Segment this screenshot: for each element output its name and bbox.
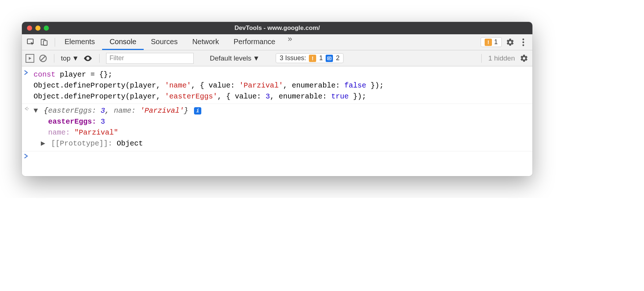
console-output-content[interactable]: ▼ {easterEggs: 3, name: 'Parzival'} i ea… <box>34 105 530 150</box>
code-text: , { value: <box>217 92 265 101</box>
inspect-element-icon[interactable] <box>26 38 36 47</box>
code-string: 'name' <box>165 81 191 90</box>
expand-triangle-icon[interactable]: ▼ <box>34 105 38 116</box>
code-text: player = {}; <box>55 70 112 79</box>
object-properties: easterEggs: 3 name: "Parzival" ▶ [[Proto… <box>34 116 530 149</box>
code-boolean: false <box>344 81 366 90</box>
device-toolbar-icon[interactable] <box>39 38 49 47</box>
input-prompt-icon <box>24 153 34 164</box>
property-key: name <box>48 128 66 137</box>
svg-point-8 <box>87 57 89 59</box>
svg-point-4 <box>523 41 524 43</box>
filter-input[interactable] <box>106 53 194 64</box>
warning-icon: ! <box>309 55 316 62</box>
chevron-down-icon: ▼ <box>72 54 79 62</box>
object-preview: {easterEggs: 3, name: 'Parzival'} <box>44 106 193 115</box>
code-string: 'easterEggs' <box>165 92 217 101</box>
context-label: top <box>61 54 70 62</box>
input-prompt-icon <box>24 69 34 102</box>
output-return-icon <box>24 105 34 150</box>
expand-triangle-icon[interactable]: ▶ <box>41 138 45 149</box>
console-body: const player = {}; Object.defineProperty… <box>22 66 532 176</box>
property-value: "Parzival" <box>74 128 118 137</box>
code-number: 3 <box>265 92 270 101</box>
info-icon <box>326 55 333 62</box>
warning-count: 1 <box>494 38 498 46</box>
divider <box>481 54 482 63</box>
tab-console[interactable]: Console <box>102 34 143 50</box>
main-tabbar: Elements Console Sources Network Perform… <box>22 34 532 50</box>
chevron-down-icon: ▼ <box>253 54 260 62</box>
code-keyword: const <box>34 70 55 79</box>
hidden-messages-label[interactable]: 1 hidden <box>488 54 515 62</box>
settings-gear-icon[interactable] <box>505 38 515 47</box>
tab-elements[interactable]: Elements <box>57 34 102 50</box>
code-text: , enumerable: <box>283 81 344 90</box>
titlebar: DevTools - www.google.com/ <box>22 22 532 34</box>
code-text: Object.defineProperty(player, <box>34 92 165 101</box>
window-title: DevTools - www.google.com/ <box>22 24 532 32</box>
warning-icon: ! <box>485 39 492 46</box>
code-text: Object.defineProperty(player, <box>34 81 165 90</box>
log-levels-selector[interactable]: Default levels ▼ <box>210 54 260 62</box>
svg-point-12 <box>28 108 29 109</box>
svg-rect-9 <box>327 57 331 60</box>
issues-warning-count: 1 <box>319 54 323 62</box>
issues-info-count: 2 <box>336 54 340 62</box>
code-text: , enumerable: <box>270 92 331 101</box>
divider <box>99 54 100 63</box>
issues-label: 3 Issues: <box>280 54 306 62</box>
more-tabs-button[interactable]: » <box>283 34 297 50</box>
console-input-row: const player = {}; Object.defineProperty… <box>22 68 532 104</box>
console-output-row: ▼ {easterEggs: 3, name: 'Parzival'} i ea… <box>22 104 532 151</box>
property-value: 3 <box>101 117 105 126</box>
context-selector[interactable]: top ▼ <box>61 54 79 62</box>
code-text: }); <box>366 81 384 90</box>
code-string: 'Parzival' <box>239 81 283 90</box>
divider <box>54 54 54 63</box>
code-boolean: true <box>331 92 349 101</box>
tabs: Elements Console Sources Network Perform… <box>57 34 297 50</box>
prototype-row[interactable]: ▶ [[Prototype]]: Object <box>48 138 530 149</box>
issues-summary[interactable]: 3 Issues: ! 1 2 <box>276 53 344 63</box>
console-toolbar: top ▼ Default levels ▼ 3 Issues: ! 1 2 1… <box>22 50 532 66</box>
prototype-value: Object <box>117 140 143 148</box>
svg-rect-2 <box>43 40 47 45</box>
divider <box>55 38 55 47</box>
traffic-lights <box>27 26 49 31</box>
code-text: }); <box>349 92 366 101</box>
property-row: easterEggs: 3 <box>48 116 530 127</box>
svg-point-5 <box>523 44 524 46</box>
console-input-code[interactable]: const player = {}; Object.defineProperty… <box>34 69 530 102</box>
info-badge-icon[interactable]: i <box>194 107 201 115</box>
property-row: name: "Parzival" <box>48 127 530 138</box>
property-key: easterEggs <box>48 117 92 126</box>
toggle-sidebar-icon[interactable] <box>26 54 34 63</box>
console-input-empty[interactable] <box>34 153 530 164</box>
levels-label: Default levels <box>210 54 251 62</box>
tab-performance[interactable]: Performance <box>226 34 283 50</box>
svg-line-7 <box>41 56 45 61</box>
tab-sources[interactable]: Sources <box>144 34 185 50</box>
minimize-window-button[interactable] <box>35 26 40 31</box>
tab-network[interactable]: Network <box>185 34 226 50</box>
svg-point-3 <box>523 38 524 40</box>
code-text: , { value: <box>191 81 239 90</box>
issues-warning-badge[interactable]: ! 1 <box>481 37 502 47</box>
close-window-button[interactable] <box>27 26 32 31</box>
zoom-window-button[interactable] <box>44 26 49 31</box>
devtools-window: DevTools - www.google.com/ Elements Cons… <box>22 22 532 176</box>
prototype-key: [[Prototype]] <box>51 140 108 148</box>
console-settings-gear-icon[interactable] <box>519 54 529 63</box>
kebab-menu-icon[interactable] <box>519 38 528 47</box>
clear-console-icon[interactable] <box>39 54 47 63</box>
console-prompt-row[interactable] <box>22 151 532 165</box>
live-expression-icon[interactable] <box>83 54 93 63</box>
